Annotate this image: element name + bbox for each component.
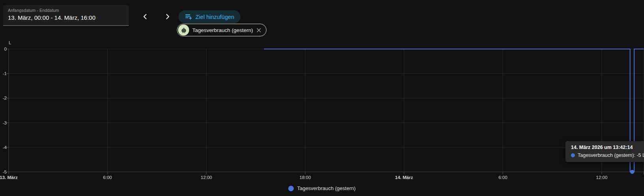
svg-text:12:00: 12:00 bbox=[596, 175, 608, 180]
series-color-dot bbox=[571, 153, 575, 157]
svg-text:-2: -2 bbox=[3, 96, 7, 100]
legend-item[interactable]: Tagesverbrauch (gestern) bbox=[288, 185, 355, 191]
svg-text:-4: -4 bbox=[3, 145, 7, 150]
svg-text:0: 0 bbox=[4, 47, 7, 51]
svg-text:14. März: 14. März bbox=[395, 175, 413, 180]
chart-tooltip: 14. März 2026 um 13:42:14 Tagesverbrauch… bbox=[565, 141, 644, 162]
svg-text:18:00: 18:00 bbox=[300, 175, 311, 180]
svg-text:-5: -5 bbox=[3, 170, 7, 174]
consumption-chart[interactable]: 0-1-2-3-4-5L13. März6:0012:0018:0014. Mä… bbox=[0, 0, 644, 196]
legend-label: Tagesverbrauch (gestern) bbox=[297, 185, 355, 191]
svg-text:-1: -1 bbox=[3, 71, 7, 76]
svg-text:L: L bbox=[9, 40, 11, 45]
svg-text:6:00: 6:00 bbox=[103, 175, 112, 180]
tooltip-series-value: Tagesverbrauch (gestern): -5 L bbox=[578, 153, 644, 158]
tooltip-series-row: Tagesverbrauch (gestern): -5 L bbox=[571, 153, 644, 158]
svg-text:6:00: 6:00 bbox=[498, 175, 507, 180]
chart-legend: Tagesverbrauch (gestern) bbox=[0, 185, 644, 191]
svg-text:13. März: 13. März bbox=[0, 175, 18, 180]
svg-text:12:00: 12:00 bbox=[201, 175, 212, 180]
tooltip-timestamp: 14. März 2026 um 13:42:14 bbox=[571, 145, 644, 150]
svg-text:-3: -3 bbox=[3, 121, 7, 125]
legend-color-dot bbox=[288, 186, 294, 191]
